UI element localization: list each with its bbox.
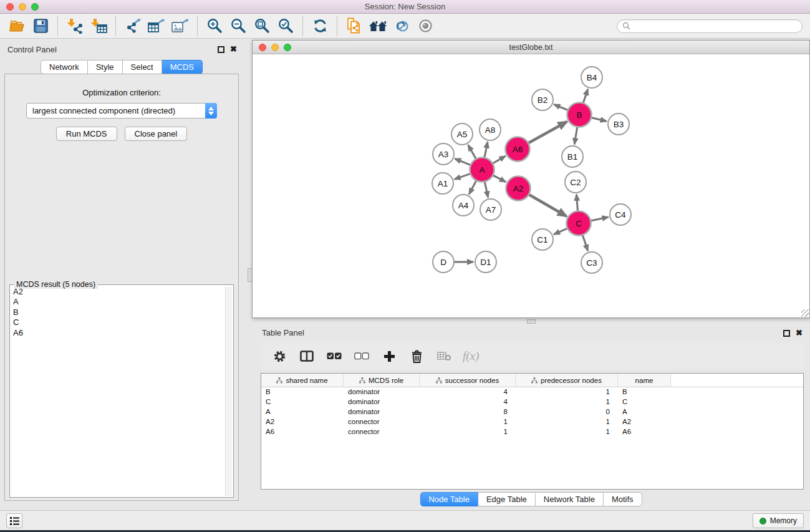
cell-name[interactable]: A2 [618,417,671,427]
result-scrollbar[interactable] [225,287,232,496]
cell-predecessor-nodes[interactable]: 1 [516,427,618,437]
table-row[interactable]: A2connector11A2 [261,417,803,427]
search-input[interactable] [634,22,797,31]
column-header-predecessor-nodes[interactable]: predecessor nodes [516,374,618,387]
cell-shared-name[interactable]: A [261,407,344,417]
function-builder-icon[interactable]: f(x) [463,349,479,363]
cell-predecessor-nodes[interactable]: 0 [516,407,618,417]
edge-A-A6[interactable] [492,156,506,163]
tab-motifs[interactable]: Motifs [604,492,642,506]
node-C3[interactable]: C3 [581,252,602,273]
run-mcds-button[interactable]: Run MCDS [56,127,117,141]
cell-successor-nodes[interactable]: 8 [420,407,516,417]
cell-MCDS-role[interactable]: dominator [344,397,420,407]
close-panel-icon[interactable]: ✖ [230,44,237,54]
result-item[interactable]: A [13,297,224,307]
resize-grip[interactable] [801,309,809,317]
task-history-button[interactable] [6,513,22,528]
node-A8[interactable]: A8 [480,119,501,140]
tab-network-table[interactable]: Network Table [536,492,604,506]
memory-button[interactable]: Memory [753,513,804,528]
cell-predecessor-nodes[interactable]: 1 [516,417,618,427]
cell-shared-name[interactable]: A2 [261,417,344,427]
result-item[interactable]: B [13,307,224,317]
select-all-icon[interactable] [321,345,348,367]
tab-network[interactable]: Network [41,60,88,74]
cell-MCDS-role[interactable]: connector [344,417,420,427]
cell-MCDS-role[interactable]: connector [344,427,420,437]
cell-successor-nodes[interactable]: 4 [420,387,516,397]
node-B[interactable]: B [567,103,592,127]
zoom-in-icon[interactable] [203,16,226,37]
cell-name[interactable]: A [618,407,671,417]
edge-B-B1[interactable] [574,126,577,144]
node-B2[interactable]: B2 [532,89,553,110]
hide-labels-icon[interactable] [390,16,413,37]
tab-select[interactable]: Select [123,60,162,74]
tab-style[interactable]: Style [88,60,123,74]
node-A7[interactable]: A7 [480,199,501,220]
node-A5[interactable]: A5 [451,123,473,145]
cell-predecessor-nodes[interactable]: 1 [516,387,618,397]
node-A6[interactable]: A6 [506,137,530,162]
node-C[interactable]: C [567,211,591,236]
node-D1[interactable]: D1 [475,251,496,273]
float-panel-icon[interactable] [218,46,224,53]
result-item[interactable]: A2 [13,287,224,297]
table-row[interactable]: Bdominator41B [261,387,803,397]
cell-successor-nodes[interactable]: 1 [420,417,516,427]
close-panel-button[interactable]: Close panel [125,127,188,141]
node-C4[interactable]: C4 [610,204,631,225]
close-table-panel-icon[interactable]: ✖ [796,328,803,337]
column-header-successor-nodes[interactable]: successor nodes [420,374,516,387]
cell-successor-nodes[interactable]: 4 [420,397,516,407]
zoom-selected-icon[interactable] [274,16,297,37]
tab-mcds[interactable]: MCDS [162,60,203,74]
save-session-icon[interactable] [29,16,52,37]
cell-shared-name[interactable]: A6 [261,427,344,437]
node-C2[interactable]: C2 [565,172,586,193]
export-network-icon[interactable] [121,16,145,37]
optimization-criterion-select[interactable]: largest connected component (directed) [26,103,217,118]
layout-refresh-icon[interactable] [308,16,332,37]
table-row[interactable]: A6connector11A6 [261,427,803,437]
search-field[interactable] [617,19,803,33]
node-D[interactable]: D [433,251,454,273]
edge-C-C2[interactable] [577,195,578,212]
delete-table-icon[interactable] [430,345,458,367]
node-B3[interactable]: B3 [608,114,629,135]
edge-C-C1[interactable] [554,228,568,235]
edge-C-C3[interactable] [582,235,588,251]
cell-shared-name[interactable]: B [261,387,344,397]
cell-predecessor-nodes[interactable]: 1 [516,397,618,407]
edge-A-A1[interactable] [455,173,471,179]
open-file-icon[interactable] [5,16,29,37]
cell-MCDS-role[interactable]: dominator [344,387,420,397]
node-A2[interactable]: A2 [506,177,531,201]
edge-A-A4[interactable] [469,180,476,194]
zoom-fit-icon[interactable] [250,16,274,37]
edge-B-B3[interactable] [591,117,607,121]
export-image-icon[interactable] [168,16,192,37]
cell-shared-name[interactable]: C [261,397,344,407]
export-table-icon[interactable] [145,16,168,37]
cell-name[interactable]: B [618,387,671,397]
column-header-shared-name[interactable]: shared name [261,374,344,387]
column-header-MCDS-role[interactable]: MCDS role [344,374,420,387]
tab-node-table[interactable]: Node Table [420,492,478,506]
cell-successor-nodes[interactable]: 1 [420,427,516,437]
import-network-icon[interactable] [63,16,87,37]
result-item[interactable]: A6 [13,328,224,338]
edge-B-B4[interactable] [583,89,588,104]
new-network-from-selection-icon[interactable] [342,16,366,37]
split-view-icon[interactable] [293,345,321,367]
node-B4[interactable]: B4 [581,67,602,88]
node-A1[interactable]: A1 [432,173,453,194]
result-item[interactable]: C [13,317,224,327]
float-table-panel-icon[interactable] [783,330,790,337]
edge-A-A8[interactable] [485,142,488,158]
import-table-icon[interactable] [87,16,110,37]
delete-icon[interactable] [403,345,430,367]
node-A3[interactable]: A3 [433,143,454,165]
edge-B-B2[interactable] [554,105,569,110]
